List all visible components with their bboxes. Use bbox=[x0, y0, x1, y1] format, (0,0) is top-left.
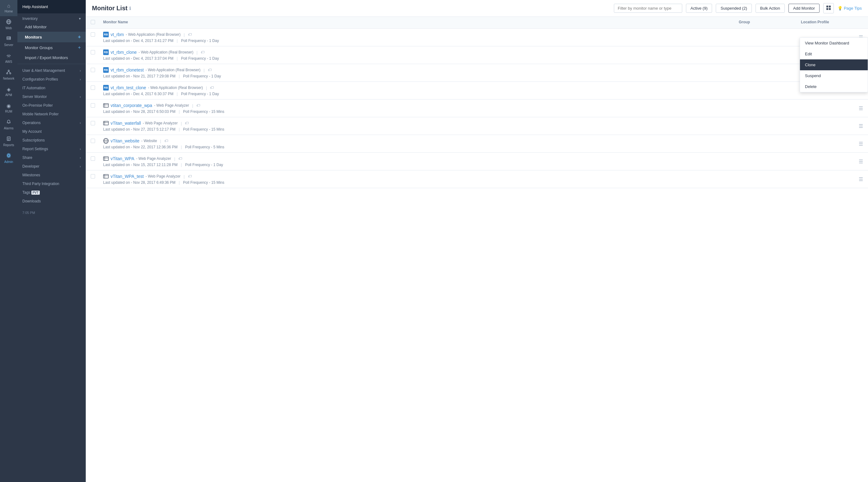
nav-aws[interactable]: AWS bbox=[0, 50, 18, 66]
sidebar-config-profiles-header[interactable]: Configuration Profiles › bbox=[18, 74, 86, 83]
last-updated: Last updated on - Dec 4, 2017 6:30:37 PM bbox=[103, 92, 173, 96]
sidebar-subscriptions-header[interactable]: Subscriptions bbox=[18, 135, 86, 144]
hamburger-icon[interactable]: ☰ bbox=[859, 159, 863, 164]
active-status-button[interactable]: Active (9) bbox=[686, 4, 712, 13]
tag-icon[interactable]: 🏷 bbox=[178, 157, 182, 161]
nav-web[interactable]: Web bbox=[0, 16, 18, 33]
tag-icon[interactable]: 🏷 bbox=[188, 174, 192, 178]
help-assistant-label: Help Assistant bbox=[22, 4, 48, 9]
header-checkbox[interactable] bbox=[91, 20, 103, 25]
sidebar-mobile-network-header[interactable]: Mobile Network Poller bbox=[18, 109, 86, 117]
row-actions[interactable]: ☰ bbox=[859, 106, 863, 111]
context-menu-item[interactable]: Edit bbox=[800, 49, 868, 59]
tag-icon[interactable]: 🏷 bbox=[196, 103, 200, 108]
context-menu-item[interactable]: View Monitor Dashboard bbox=[800, 38, 868, 49]
sidebar-inventory-header[interactable]: Inventory ▾ bbox=[18, 13, 86, 22]
nav-apm[interactable]: ◈ APM bbox=[0, 83, 18, 100]
monitor-name-link[interactable]: vt_rbm bbox=[111, 32, 124, 37]
nav-alarms[interactable]: Alarms bbox=[0, 116, 18, 133]
add-monitor-button[interactable]: Add Monitor bbox=[788, 4, 819, 13]
nav-alarms-label: Alarms bbox=[4, 126, 13, 130]
svg-line-10 bbox=[7, 71, 9, 73]
row-actions[interactable]: ☰ bbox=[859, 123, 863, 129]
tag-icon[interactable]: 🏷 bbox=[208, 68, 212, 72]
nav-network[interactable]: Network bbox=[0, 66, 18, 83]
sidebar-developer-header[interactable]: Developer › bbox=[18, 161, 86, 170]
sidebar-on-premise-header[interactable]: On-Premise Poller bbox=[18, 100, 86, 109]
my-account-label: My Account bbox=[22, 130, 42, 134]
sidebar-downloads-header[interactable]: Downloads bbox=[18, 196, 86, 205]
bulk-action-button[interactable]: Bulk Action bbox=[755, 4, 785, 13]
row-checkbox[interactable] bbox=[91, 173, 103, 178]
monitor-name-link[interactable]: vTitan_waterfall bbox=[111, 121, 141, 125]
nav-server[interactable]: Server bbox=[0, 33, 18, 50]
svg-point-8 bbox=[6, 73, 8, 74]
monitor-name-link[interactable]: vTitan_website bbox=[111, 138, 140, 143]
sidebar-help-assistant[interactable]: Help Assistant bbox=[18, 0, 86, 13]
sidebar-it-automation-header[interactable]: IT Automation bbox=[18, 83, 86, 91]
tag-icon[interactable]: 🏷 bbox=[201, 50, 205, 54]
report-settings-label: Report Settings bbox=[22, 147, 48, 151]
hamburger-icon[interactable]: ☰ bbox=[859, 123, 863, 129]
row-checkbox[interactable] bbox=[91, 156, 103, 161]
row-checkbox[interactable] bbox=[91, 103, 103, 108]
monitor-name-link[interactable]: vTitan_WPA bbox=[111, 156, 134, 161]
hamburger-icon[interactable]: ☰ bbox=[859, 106, 863, 111]
sidebar-tags-header[interactable]: Tags PVT bbox=[18, 187, 86, 196]
row-checkbox[interactable] bbox=[91, 67, 103, 72]
monitor-groups-plus-icon[interactable]: + bbox=[78, 45, 81, 50]
row-checkbox[interactable] bbox=[91, 138, 103, 143]
sidebar-my-account-header[interactable]: My Account bbox=[18, 126, 86, 135]
select-all-checkbox[interactable] bbox=[91, 20, 95, 24]
tag-icon[interactable]: 🏷 bbox=[164, 139, 168, 143]
context-menu-item[interactable]: Delete bbox=[800, 81, 868, 92]
tag-icon[interactable]: 🏷 bbox=[185, 121, 189, 125]
tag-icon[interactable]: 🏷 bbox=[188, 32, 192, 37]
svg-rect-18 bbox=[826, 6, 828, 7]
svg-rect-31 bbox=[103, 157, 108, 161]
poll-frequency: Poll Frequency - 5 Mins bbox=[185, 145, 224, 149]
sidebar-import-export[interactable]: Import / Export Monitors bbox=[18, 53, 86, 62]
downloads-label: Downloads bbox=[22, 199, 41, 203]
monitor-name-link[interactable]: vtitan_corporate_wpa bbox=[111, 103, 152, 108]
suspended-status-button[interactable]: Suspended (2) bbox=[716, 4, 751, 13]
page-tips-button[interactable]: 💡 Page Tips bbox=[838, 6, 862, 10]
row-actions[interactable]: ☰ bbox=[859, 176, 863, 182]
nav-home[interactable]: ⌂ Home bbox=[0, 0, 18, 16]
monitor-name-row: RB vt_rbm_clonetest - Web Application (R… bbox=[103, 67, 739, 73]
row-checkbox[interactable] bbox=[91, 120, 103, 125]
monitor-name-link[interactable]: vTitan_WPA_test bbox=[111, 174, 144, 179]
monitor-name-link[interactable]: vt_rbm_clone bbox=[111, 50, 137, 55]
row-checkbox[interactable] bbox=[91, 85, 103, 90]
nav-reports[interactable]: Reports bbox=[0, 133, 18, 150]
sidebar-third-party-header[interactable]: Third Party Integration bbox=[18, 178, 86, 187]
sidebar-report-settings-header[interactable]: Report Settings › bbox=[18, 144, 86, 152]
sidebar-add-monitor[interactable]: Add Monitor bbox=[18, 22, 86, 32]
sidebar-monitors[interactable]: Monitors + bbox=[18, 32, 86, 42]
row-actions[interactable]: ☰ bbox=[859, 159, 863, 165]
tag-icon[interactable]: 🏷 bbox=[210, 86, 214, 90]
monitors-plus-icon[interactable]: + bbox=[78, 34, 81, 40]
hamburger-icon[interactable]: ☰ bbox=[859, 177, 863, 182]
sidebar-user-alert-header[interactable]: User & Alert Management › bbox=[18, 65, 86, 74]
row-checkbox[interactable] bbox=[91, 32, 103, 37]
sidebar-share-header[interactable]: Share › bbox=[18, 152, 86, 161]
hamburger-icon[interactable]: ☰ bbox=[859, 141, 863, 146]
grid-view-button[interactable] bbox=[823, 3, 834, 13]
monitor-name-link[interactable]: vt_rbm_test_clone bbox=[111, 85, 146, 90]
filter-input[interactable] bbox=[614, 4, 682, 13]
row-checkbox[interactable] bbox=[91, 50, 103, 54]
sidebar-operations-header[interactable]: Operations › bbox=[18, 117, 86, 126]
sidebar-server-monitor-header[interactable]: Server Monitor › bbox=[18, 91, 86, 100]
sidebar-monitor-groups[interactable]: Monitor Groups + bbox=[18, 42, 86, 53]
context-menu-item[interactable]: Clone bbox=[800, 59, 868, 70]
poll-frequency: Poll Frequency - 15 Mins bbox=[183, 127, 224, 132]
sidebar: Help Assistant Inventory ▾ Add Monitor M… bbox=[18, 0, 86, 482]
monitor-name-link[interactable]: vt_rbm_clonetest bbox=[111, 67, 144, 73]
row-actions[interactable]: ☰ bbox=[859, 141, 863, 147]
info-icon[interactable]: ℹ bbox=[129, 6, 131, 11]
nav-rum[interactable]: ◉ RUM bbox=[0, 100, 18, 116]
nav-admin[interactable]: Admin bbox=[0, 150, 18, 167]
context-menu-item[interactable]: Suspend bbox=[800, 70, 868, 81]
sidebar-milestones-header[interactable]: Milestones bbox=[18, 170, 86, 178]
